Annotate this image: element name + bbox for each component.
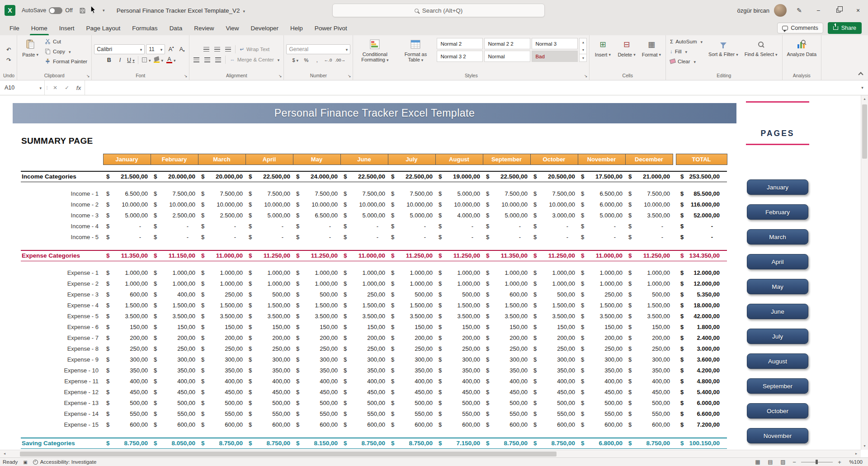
cell[interactable]: $- [388,232,435,243]
cell[interactable]: $1.000,00 [388,278,435,289]
tab-review[interactable]: Review [188,21,220,35]
cell[interactable]: $350,00 [198,365,245,376]
cell[interactable]: $450,00 [388,387,435,398]
cell[interactable]: $1.000,00 [103,278,151,289]
cell[interactable]: $300,00 [435,354,483,365]
cell[interactable]: $10.000,00 [625,199,673,210]
italic-button[interactable]: I [115,55,125,65]
cell[interactable]: $1.500,00 [483,300,530,311]
cell-style-normal-3-2[interactable]: Normal 3 2 [437,51,483,62]
zoom-level[interactable]: %100 [846,459,863,465]
month-header-april[interactable]: April [245,154,293,165]
excel-logo-icon[interactable]: X [5,5,15,16]
tab-developer[interactable]: Developer [245,21,284,35]
cell[interactable]: $3.500,00 [530,311,578,322]
cell[interactable]: $19.000,00 [435,171,483,182]
cell[interactable]: $550,00 [578,409,625,419]
row-label[interactable]: Expense - 14 [21,409,103,419]
tab-view[interactable]: View [220,21,245,35]
cell[interactable]: $250,00 [530,344,578,354]
page-title[interactable]: SUMMARY PAGE [21,136,93,146]
cell[interactable]: $600,00 [483,419,530,430]
cell[interactable]: $250,00 [388,344,435,354]
namebox-resize-handle[interactable]: ⋮ [45,80,49,95]
bold-button[interactable]: B [104,55,114,65]
total-cell[interactable]: $18.000,00 [676,300,727,311]
total-cell[interactable]: $2.400,00 [676,333,727,344]
cell[interactable]: $11.250,00 [245,250,293,261]
cell[interactable]: $550,00 [245,409,293,419]
search-box[interactable]: Search (Alt+Q) [332,4,545,17]
user-avatar[interactable] [774,4,787,17]
cell[interactable]: $400,00 [530,376,578,387]
cell[interactable]: $7.500,00 [293,188,340,199]
delete-cells-button[interactable]: ⊟Delete [615,37,637,58]
minimize-button[interactable]: − [808,0,828,21]
cell-style-bad[interactable]: Bad [532,51,578,62]
cell[interactable]: $8.750,00 [198,438,245,449]
macro-record-icon[interactable]: ▣ [23,460,27,465]
cell[interactable]: $3.500,00 [483,311,530,322]
cell[interactable]: $3.500,00 [198,311,245,322]
cell[interactable]: $500,00 [293,289,340,300]
cell[interactable]: $600,00 [198,419,245,430]
cell[interactable]: $20.000,00 [198,171,245,182]
cell[interactable]: $3.500,00 [340,311,388,322]
cell[interactable]: $11.250,00 [435,250,483,261]
cell[interactable]: $150,00 [625,322,673,333]
cell[interactable]: $- [530,221,578,232]
comma-style-button[interactable]: , [312,55,322,65]
cell[interactable]: $1.000,00 [483,278,530,289]
cell[interactable]: $11.000,00 [198,250,245,261]
row-label[interactable]: Expense - 7 [21,333,103,344]
cell[interactable]: $1.500,00 [435,300,483,311]
total-cell[interactable]: $12.000,00 [676,278,727,289]
number-dialog-launcher[interactable]: ↘ [347,74,352,79]
align-top-button[interactable] [202,45,211,54]
cell[interactable]: $350,00 [483,365,530,376]
total-cell[interactable]: $7.200,00 [676,419,727,430]
cell[interactable]: $1.500,00 [103,300,151,311]
cell[interactable]: $300,00 [245,354,293,365]
tab-file[interactable]: File [4,21,25,35]
cell[interactable]: $200,00 [198,333,245,344]
cell[interactable]: $1.000,00 [625,268,673,278]
tab-data[interactable]: Data [164,21,189,35]
cell[interactable]: $1.500,00 [151,300,198,311]
cell[interactable]: $300,00 [103,354,151,365]
cell[interactable]: $300,00 [483,354,530,365]
cell[interactable]: $- [151,232,198,243]
cell[interactable]: $8.750,00 [340,438,388,449]
cell[interactable]: $- [198,221,245,232]
cell[interactable]: $300,00 [625,354,673,365]
page-button-november[interactable]: November [747,428,808,443]
tab-power-pivot[interactable]: Power Pivot [309,21,353,35]
undo-button[interactable]: ↶ [4,45,14,54]
cell[interactable]: $7.500,00 [483,188,530,199]
month-header-march[interactable]: March [198,154,245,165]
cell-style-normal-2-2[interactable]: Normal 2 2 [484,38,530,49]
month-header-november[interactable]: November [578,154,625,165]
cell[interactable]: $2.500,00 [151,210,198,221]
inking-button[interactable]: ✎ [793,4,806,17]
cell[interactable]: $10.000,00 [103,199,151,210]
cell[interactable]: $11.350,00 [483,250,530,261]
cell[interactable]: $350,00 [293,365,340,376]
page-button-july[interactable]: July [747,329,808,344]
cell[interactable]: $6.000,00 [578,199,625,210]
cell[interactable]: $600,00 [483,289,530,300]
styles-more-button[interactable]: ▾ [580,54,586,61]
cell[interactable]: $1.000,00 [198,268,245,278]
cell[interactable]: $5.000,00 [103,210,151,221]
cell[interactable]: $400,00 [388,376,435,387]
cell[interactable]: $550,00 [103,409,151,419]
cell[interactable]: $400,00 [293,376,340,387]
cell[interactable]: $150,00 [293,322,340,333]
cell[interactable]: $6.800,00 [578,438,625,449]
cell[interactable]: $550,00 [435,409,483,419]
cut-button[interactable]: Cut [43,37,89,46]
cell[interactable]: $550,00 [198,409,245,419]
cell[interactable]: $1.000,00 [530,278,578,289]
cell[interactable]: $500,00 [103,398,151,409]
cell[interactable]: $8.750,00 [388,438,435,449]
